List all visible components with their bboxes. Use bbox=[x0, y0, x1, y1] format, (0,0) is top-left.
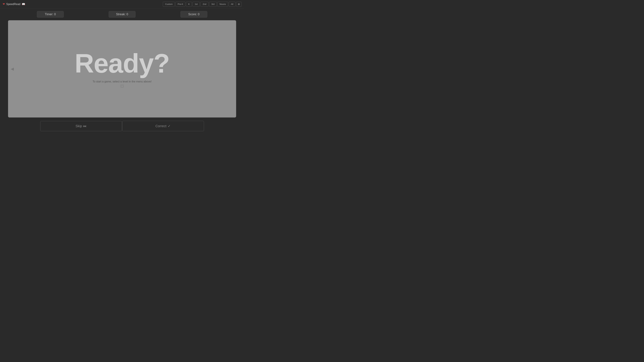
app-name: SpeedRead bbox=[6, 3, 20, 6]
book-icon: 📖 bbox=[22, 2, 25, 6]
subtitle-text: To start a game, select a level in the m… bbox=[92, 80, 152, 83]
stats-bar: Timer: 0 Streak: 0 Score: 0 bbox=[0, 8, 244, 20]
level-btn-all[interactable]: All bbox=[229, 2, 236, 7]
ready-display: Ready? bbox=[75, 50, 170, 77]
action-bar: Skip ⏭ Correct ✓ bbox=[0, 118, 244, 134]
skip-icon: ⏭ bbox=[83, 124, 87, 128]
timer-display: Timer: 0 bbox=[37, 11, 64, 17]
top-navbar: ❤ SpeedRead 📖 Custom Pre-K K 1st 2nd 3rd… bbox=[0, 0, 244, 8]
heart-icon: ❤ bbox=[3, 2, 5, 6]
level-btn-prek[interactable]: Pre-K bbox=[176, 2, 185, 7]
level-btn-2nd[interactable]: 2nd bbox=[200, 2, 208, 7]
info-icon[interactable]: i bbox=[120, 84, 124, 88]
app-logo: ❤ SpeedRead 📖 bbox=[3, 2, 25, 6]
left-arrow-icon[interactable]: ◀ bbox=[11, 66, 14, 71]
level-buttons-group: Custom Pre-K K 1st 2nd 3rd Nouns All ⚙ bbox=[163, 2, 242, 7]
game-area: ◀ Ready? To start a game, select a level… bbox=[8, 20, 236, 117]
skip-label: Skip bbox=[76, 124, 82, 128]
streak-display: Streak: 0 bbox=[109, 11, 136, 17]
level-btn-custom[interactable]: Custom bbox=[163, 2, 175, 7]
level-btn-1st[interactable]: 1st bbox=[192, 2, 200, 7]
level-btn-k[interactable]: K bbox=[186, 2, 192, 7]
skip-button[interactable]: Skip ⏭ bbox=[40, 121, 122, 131]
settings-button[interactable]: ⚙ bbox=[236, 2, 242, 7]
correct-icon: ✓ bbox=[168, 124, 170, 128]
level-btn-3rd[interactable]: 3rd bbox=[209, 2, 217, 7]
correct-button[interactable]: Correct ✓ bbox=[122, 121, 204, 131]
correct-label: Correct bbox=[156, 124, 166, 128]
score-display: Score: 0 bbox=[180, 11, 207, 17]
level-btn-nouns[interactable]: Nouns bbox=[217, 2, 228, 7]
